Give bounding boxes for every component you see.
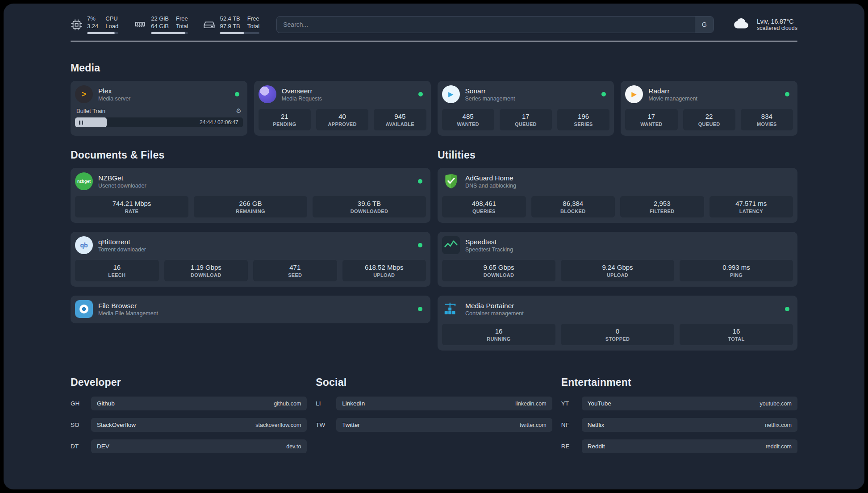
- disk-readout: 52.4 TB 97.9 TB Free Total: [220, 15, 259, 34]
- stat-queries: 498,461 QUERIES: [442, 196, 526, 217]
- search-bar: G: [276, 16, 714, 33]
- bookmark-reddit[interactable]: RE Reddit reddit.com: [561, 439, 797, 453]
- memory-widget: 22 GiB 64 GiB Free Total: [134, 15, 188, 34]
- filebrowser-icon: [75, 300, 93, 318]
- disk-total-value: 97.9 TB: [220, 23, 240, 30]
- bookmark-abbr: DT: [71, 443, 91, 450]
- memory-total-value: 64 GiB: [151, 23, 169, 30]
- stat-total: 16 TOTAL: [680, 324, 793, 345]
- gear-icon[interactable]: ⚙: [236, 107, 242, 114]
- bookmark-name: Github: [97, 400, 115, 407]
- service-card-speedtest[interactable]: Speedtest Speedtest Tracking 9.65 Gbps D…: [438, 232, 797, 287]
- bookmarks-developer: Developer GH Github github.com SO StackO…: [71, 376, 307, 453]
- service-card-overseerr[interactable]: Overseerr Media Requests 21 PENDING 40 A…: [254, 81, 431, 136]
- section-title-documents: Documents & Files: [71, 149, 430, 161]
- search-input[interactable]: [277, 17, 695, 33]
- cpu-percent: 7%: [87, 15, 98, 23]
- service-card-nzbget[interactable]: nzbget NZBGet Usenet downloader 744.21 M…: [71, 168, 430, 223]
- bookmark-name: DEV: [97, 443, 109, 450]
- memory-readout: 22 GiB 64 GiB Free Total: [151, 15, 188, 34]
- section-media: Media > Plex Media server Bullet Train ⚙: [71, 62, 797, 136]
- memory-free-value: 22 GiB: [151, 15, 169, 23]
- service-subtitle: Torrent downloader: [98, 246, 146, 253]
- bookmark-url: stackoverflow.com: [255, 422, 301, 428]
- bookmark-url: github.com: [274, 401, 301, 407]
- bookmark-name: Netflix: [588, 422, 605, 428]
- service-name: Radarr: [648, 87, 697, 95]
- stat-available: 945 AVAILABLE: [374, 109, 426, 130]
- system-widgets: 7% 3.24 CPU Load: [71, 15, 259, 34]
- radarr-icon: ▶: [625, 85, 643, 103]
- service-card-qbittorrent[interactable]: qb qBittorrent Torrent downloader 16 LEE…: [71, 232, 430, 287]
- section-title-entertainment: Entertainment: [561, 376, 797, 389]
- utilities-column: Utilities AdGuard Home DNS and adblockin…: [438, 149, 797, 351]
- service-name: Overseerr: [282, 87, 322, 95]
- search-provider-button[interactable]: G: [695, 17, 714, 33]
- stat-filtered: 2,953 FILTERED: [620, 196, 704, 217]
- stat-download: 1.19 Gbps DOWNLOAD: [164, 260, 248, 281]
- overseerr-icon: [259, 85, 276, 103]
- disk-icon: [203, 19, 215, 31]
- cpu-icon: [71, 19, 83, 31]
- stat-movies: 834 MOVIES: [741, 109, 793, 130]
- bookmark-url: linkedin.com: [515, 401, 546, 407]
- bookmark-twitter[interactable]: TW Twitter twitter.com: [316, 418, 552, 432]
- stat-approved: 40 APPROVED: [316, 109, 368, 130]
- speedtest-icon: [442, 236, 460, 254]
- service-card-sonarr[interactable]: ▶ Sonarr Series management 485 WANTED 17…: [438, 81, 614, 136]
- stat-queued: 22 QUEUED: [683, 109, 735, 130]
- status-dot: [418, 92, 423, 96]
- service-name: qBittorrent: [98, 238, 146, 246]
- bookmark-name: StackOverflow: [97, 422, 136, 428]
- stat-upload: 618.52 Mbps UPLOAD: [342, 260, 426, 281]
- stat-downloaded: 39.6 TB DOWNLOADED: [313, 196, 426, 217]
- pause-icon[interactable]: [79, 121, 83, 125]
- service-subtitle: Series management: [465, 96, 515, 102]
- playback-time: 24:44 / 02:06:47: [200, 119, 238, 125]
- dashboard-screen: 7% 3.24 CPU Load: [0, 0, 868, 493]
- memory-label-top: Free: [176, 15, 188, 23]
- cpu-label-bottom: Load: [105, 23, 118, 30]
- stat-series: 196 SERIES: [557, 109, 609, 130]
- service-card-filebrowser[interactable]: File Browser Media File Management: [71, 296, 430, 323]
- bookmark-netflix[interactable]: NF Netflix netflix.com: [561, 418, 797, 432]
- bookmark-abbr: NF: [561, 422, 582, 428]
- service-subtitle: DNS and adblocking: [465, 183, 516, 189]
- service-subtitle: Media Requests: [282, 96, 322, 102]
- status-dot: [235, 92, 239, 96]
- bookmark-youtube[interactable]: YT YouTube youtube.com: [561, 397, 797, 410]
- service-card-radarr[interactable]: ▶ Radarr Movie management 17 WANTED 22 Q…: [621, 81, 797, 136]
- weather-condition: scattered clouds: [757, 25, 797, 31]
- qbittorrent-icon: qb: [75, 236, 93, 254]
- playback-progressbar[interactable]: 24:44 / 02:06:47: [75, 117, 243, 127]
- section-title-social: Social: [316, 376, 552, 389]
- bookmark-github[interactable]: GH Github github.com: [71, 397, 307, 410]
- service-card-adguard[interactable]: AdGuard Home DNS and adblocking 498,461 …: [438, 168, 797, 223]
- disk-widget: 52.4 TB 97.9 TB Free Total: [203, 15, 259, 34]
- documents-column: Documents & Files nzbget NZBGet Usenet d…: [71, 149, 430, 351]
- disk-progressbar: [220, 32, 259, 34]
- cloud-icon: [731, 15, 752, 34]
- topbar: 7% 3.24 CPU Load: [71, 15, 797, 34]
- bookmark-stackoverflow[interactable]: SO StackOverflow stackoverflow.com: [71, 418, 307, 432]
- bookmark-name: LinkedIn: [342, 400, 365, 407]
- service-card-plex[interactable]: > Plex Media server Bullet Train ⚙: [71, 81, 247, 136]
- bookmark-abbr: YT: [561, 400, 582, 407]
- bookmark-abbr: SO: [71, 422, 91, 428]
- bookmarks-social: Social LI LinkedIn linkedin.com TW Twitt…: [316, 376, 552, 453]
- section-title-media: Media: [71, 62, 797, 74]
- dashboard-panel: 7% 3.24 CPU Load: [4, 4, 864, 489]
- topbar-divider: [71, 41, 797, 42]
- disk-free-value: 52.4 TB: [220, 15, 240, 23]
- weather-widget[interactable]: Lviv, 16.87°C scattered clouds: [731, 15, 797, 34]
- nzbget-icon: nzbget: [75, 172, 93, 190]
- bookmark-linkedin[interactable]: LI LinkedIn linkedin.com: [316, 397, 552, 410]
- memory-icon: [134, 19, 146, 30]
- service-name: Plex: [98, 87, 130, 95]
- service-name: Sonarr: [465, 87, 515, 95]
- bookmark-dev[interactable]: DT DEV dev.to: [71, 439, 307, 453]
- service-name: File Browser: [98, 302, 158, 310]
- disk-label-bottom: Total: [247, 23, 259, 30]
- bookmark-url: twitter.com: [520, 422, 547, 428]
- service-card-portainer[interactable]: Media Portainer Container management 16 …: [438, 296, 797, 351]
